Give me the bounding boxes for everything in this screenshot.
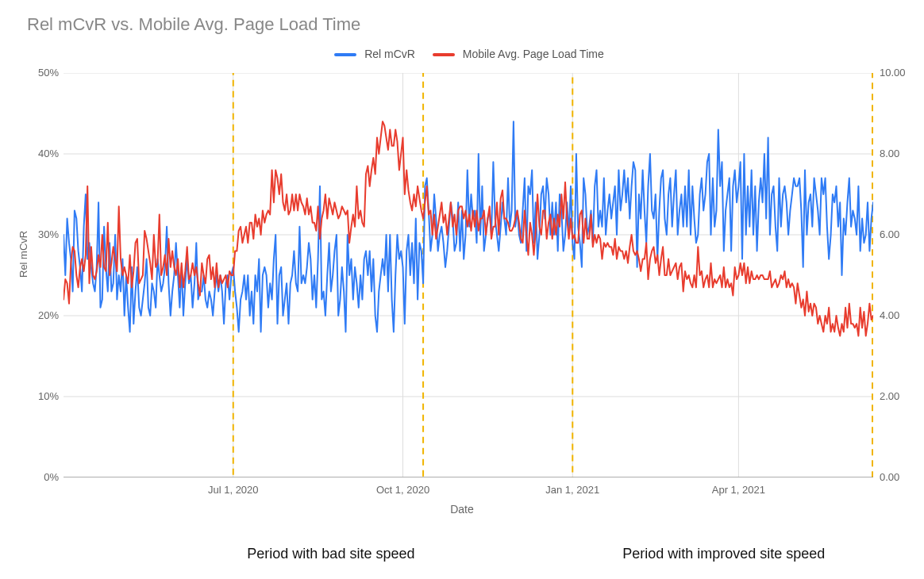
y-tick: 40% [19,148,59,159]
y2-tick: 6.00 [880,228,899,240]
y2-tick: 4.00 [880,309,899,321]
x-tick: Jan 1, 2021 [545,484,599,496]
chart-title: Rel mCvR vs. Mobile Avg. Page Load Time [27,14,360,35]
y-tick: 0% [19,471,59,483]
legend: Rel mCvR Mobile Avg. Page Load Time [0,48,924,60]
region-annotation: Period with improved site speed [622,546,825,562]
legend-label-1: Mobile Avg. Page Load Time [463,48,604,60]
y-tick: 10% [19,390,59,402]
y2-tick: 8.00 [880,148,899,159]
chart-plot [64,73,873,477]
y2-tick: 10.00 [880,67,906,79]
y2-tick: 2.00 [880,390,899,402]
x-tick: Jul 1, 2020 [208,484,259,496]
y-tick: 30% [19,228,59,240]
region-annotation: Period with bad site speed [247,546,414,562]
legend-swatch-0 [334,53,356,56]
x-axis-label: Date [0,503,924,516]
legend-swatch-1 [433,53,455,56]
y2-tick: 0.00 [880,471,899,483]
x-tick: Apr 1, 2021 [712,484,765,496]
legend-label-0: Rel mCvR [364,48,415,60]
x-tick: Oct 1, 2020 [376,484,429,496]
y-tick: 50% [19,67,59,79]
y-tick: 20% [19,309,59,321]
